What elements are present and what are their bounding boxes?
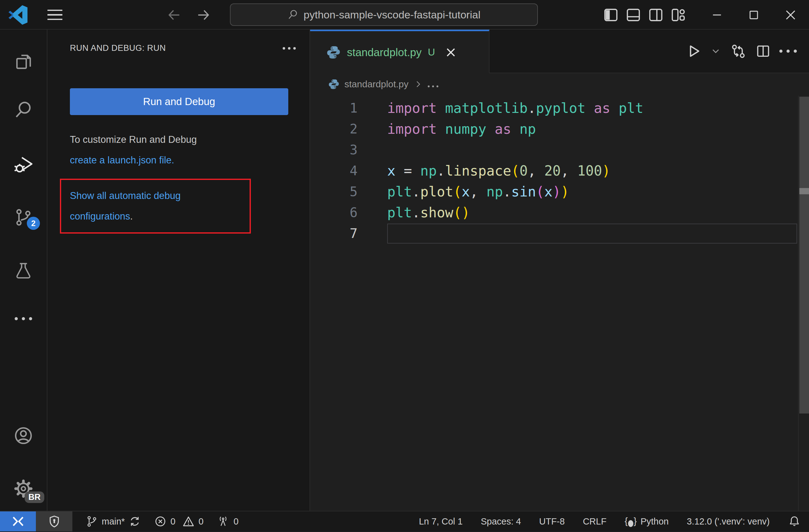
forward-icon[interactable] (195, 7, 211, 23)
title-bar: python-sample-vscode-fastapi-tutorial (0, 0, 809, 30)
command-center-search[interactable]: python-sample-vscode-fastapi-tutorial (230, 3, 538, 26)
line-number[interactable]: 4 (310, 163, 358, 178)
line-content[interactable]: plt.show() (387, 203, 797, 223)
run-and-debug-sidebar: RUN AND DEBUG: RUN Run and Debug To cust… (48, 30, 310, 511)
vscode-logo-icon (8, 5, 28, 25)
minimize-button[interactable] (699, 0, 735, 30)
line-content[interactable]: x = np.linspace(0, 20, 100) (387, 161, 797, 181)
remote-indicator[interactable] (0, 511, 36, 531)
bell-icon[interactable] (788, 515, 801, 528)
sync-icon[interactable] (128, 515, 141, 528)
tab-label: standardplot.py (347, 46, 421, 59)
warning-icon (182, 515, 195, 528)
radio-tower-icon (217, 515, 230, 528)
line-content[interactable] (387, 224, 797, 244)
code-line[interactable]: 7 (310, 223, 809, 244)
tab-standardplot[interactable]: standardplot.py U (310, 30, 489, 73)
views-and-more-actions-icon[interactable] (283, 47, 296, 50)
line-content[interactable]: import matplotlib.pyplot as plt (387, 98, 797, 118)
ports-status[interactable]: 0 (217, 511, 238, 531)
search-icon (287, 9, 298, 20)
highlight-rectangle: Show all automatic debug configurations. (60, 179, 251, 234)
settings-gear-icon[interactable]: BR (0, 479, 47, 499)
code-line[interactable]: 4x = np.linspace(0, 20, 100) (310, 160, 809, 181)
create-launch-json-link[interactable]: create a launch.json file. (70, 155, 174, 165)
status-bar: main* 0 0 0 (0, 511, 809, 531)
compare-changes-icon[interactable] (730, 43, 746, 59)
code-line[interactable]: 3 (310, 139, 809, 160)
line-number[interactable]: 7 (310, 226, 358, 241)
error-icon (154, 515, 167, 528)
menu-icon[interactable] (48, 10, 63, 20)
line-content[interactable]: plt.plot(x, np.sin(x)) (387, 182, 797, 202)
breadcrumb-file[interactable]: standardplot.py (344, 79, 408, 89)
code-line[interactable]: 5plt.plot(x, np.sin(x)) (310, 181, 809, 202)
breadcrumbs[interactable]: standardplot.py (310, 73, 809, 95)
git-branch-status[interactable]: main* (85, 511, 141, 531)
search-view-icon[interactable] (0, 100, 47, 120)
source-control-badge: 2 (27, 217, 40, 230)
code-line[interactable]: 1import matplotlib.pyplot as plt (310, 97, 809, 119)
toggle-sidebar-icon[interactable] (602, 6, 620, 24)
language-mode[interactable]: {} Python (625, 516, 669, 527)
tab-git-status: U (428, 47, 435, 58)
maximize-button[interactable] (735, 0, 772, 30)
scrollbar-thumb[interactable] (799, 97, 809, 413)
source-control-icon[interactable]: 2 (0, 207, 47, 227)
toggle-secondary-sidebar-icon[interactable] (647, 6, 665, 24)
testing-icon[interactable] (0, 260, 47, 280)
git-branch-icon (85, 515, 98, 528)
run-python-file-icon[interactable] (685, 43, 702, 59)
eol-sequence[interactable]: CRLF (583, 516, 606, 527)
code-lines: 1import matplotlib.pyplot as plt2import … (310, 95, 809, 244)
encoding[interactable]: UTF-8 (539, 516, 565, 527)
line-number[interactable]: 3 (310, 142, 358, 158)
vscode-window: python-sample-vscode-fastapi-tutorial (0, 0, 809, 532)
toggle-panel-icon[interactable] (624, 6, 642, 24)
more-actions-icon[interactable] (780, 43, 796, 59)
line-number[interactable]: 2 (310, 121, 358, 137)
language-brackets-icon: {} (625, 516, 637, 527)
activity-bar: 2 BR (0, 30, 48, 511)
cursor-position[interactable]: Ln 7, Col 1 (419, 516, 463, 527)
editor-group: standardplot.py U (310, 30, 809, 511)
sentence-period: . (130, 211, 133, 222)
line-number[interactable]: 1 (310, 101, 358, 116)
line-number[interactable]: 5 (310, 184, 358, 199)
code-line[interactable]: 2import numpy as np (310, 119, 809, 139)
run-dropdown-icon[interactable] (710, 43, 722, 59)
customize-layout-icon[interactable] (669, 6, 687, 24)
profile-badge: BR (25, 492, 44, 503)
tab-close-icon[interactable] (444, 45, 458, 59)
customize-text: To customize Run and Debug (70, 134, 197, 145)
search-value: python-sample-vscode-fastapi-tutorial (304, 9, 480, 21)
forwarded-ports-count: 0 (234, 516, 238, 527)
overview-ruler-mark (799, 188, 809, 194)
close-button[interactable] (772, 0, 809, 30)
run-and-debug-icon[interactable] (0, 154, 47, 174)
line-content[interactable] (387, 140, 797, 160)
indentation[interactable]: Spaces: 4 (481, 516, 521, 527)
code-line[interactable]: 6plt.show() (310, 202, 809, 223)
back-icon[interactable] (166, 7, 182, 23)
sidebar-title: RUN AND DEBUG: RUN (70, 43, 166, 53)
line-content[interactable]: import numpy as np (387, 119, 797, 139)
warning-count: 0 (199, 516, 203, 527)
tab-bar: standardplot.py U (310, 30, 809, 73)
problems-status[interactable]: 0 0 (154, 511, 203, 531)
line-number[interactable]: 6 (310, 205, 358, 220)
branch-name: main* (102, 516, 125, 527)
run-and-debug-button[interactable]: Run and Debug (70, 88, 288, 115)
python-file-icon (328, 78, 340, 90)
workspace-trust-icon[interactable] (36, 511, 72, 531)
python-interpreter[interactable]: 3.12.0 ('.venv': venv) (687, 516, 770, 527)
language-label: Python (640, 516, 669, 527)
account-icon[interactable] (0, 426, 47, 446)
customize-hint: To customize Run and Debug create a laun… (70, 129, 197, 171)
split-editor-icon[interactable] (755, 43, 772, 59)
explorer-icon[interactable] (0, 51, 47, 71)
show-debug-configs-link[interactable]: Show all automatic debug configurations (70, 190, 180, 222)
editor-scrollbar[interactable] (798, 96, 809, 511)
additional-views-icon[interactable] (0, 309, 47, 329)
breadcrumb-ellipsis-icon[interactable] (428, 86, 438, 87)
